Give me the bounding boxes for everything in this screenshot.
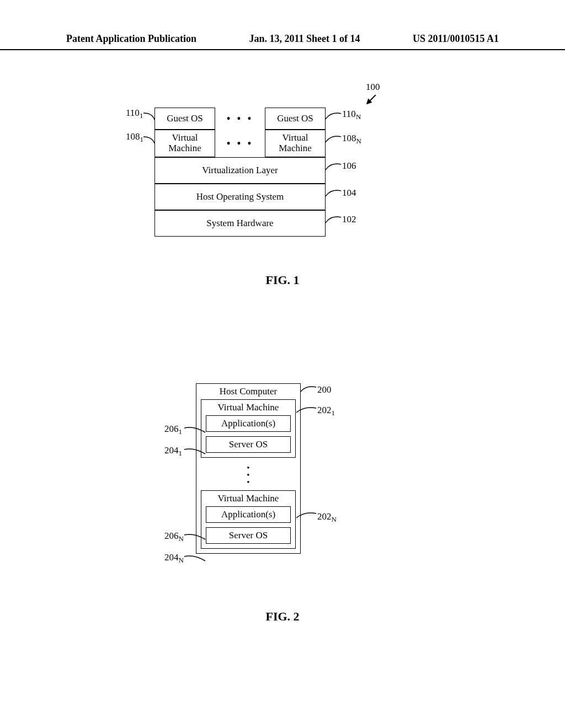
vm-outer-1: Virtual Machine Application(s) Server OS: [201, 399, 296, 458]
label-206-1: 2061: [164, 424, 182, 436]
header-left: Patent Application Publication: [66, 33, 196, 45]
leader-106-icon: [326, 160, 342, 171]
guest-os-n-box: Guest OS: [265, 108, 326, 130]
guest-os-1-box: Guest OS: [154, 108, 215, 130]
figure-1-diagram: Guest OS • • • Guest OS Virtual Machine …: [154, 108, 326, 237]
vm-n-box: Virtual Machine: [265, 130, 326, 157]
server-os-box-1: Server OS: [206, 436, 291, 453]
virtualization-layer-box: Virtualization Layer: [154, 157, 326, 184]
figure-1-caption: FIG. 1: [0, 273, 565, 287]
label-204-n: 204N: [164, 552, 184, 565]
vm-1-box: Virtual Machine: [154, 130, 215, 157]
host-computer-title: Host Computer: [196, 384, 300, 399]
leader-110-1-icon: [142, 112, 156, 122]
leader-108-1-icon: [142, 136, 156, 146]
label-108-n: 108N: [342, 133, 361, 146]
figure-2-diagram: Host Computer Virtual Machine Applicatio…: [196, 383, 301, 554]
leader-110-n-icon: [326, 109, 342, 120]
label-206-n: 206N: [164, 531, 184, 543]
leader-206-n-icon: [183, 532, 206, 542]
label-102: 102: [342, 214, 356, 225]
label-202-n: 202N: [317, 511, 337, 524]
vm-title-1: Virtual Machine: [201, 400, 295, 415]
vm-outer-n: Virtual Machine Application(s) Server OS: [201, 490, 296, 549]
ref-100-label: 100: [366, 82, 380, 93]
vm-n-line2: Machine: [279, 143, 311, 154]
vm-title-n: Virtual Machine: [201, 491, 295, 506]
dots-row-1: • • •: [215, 108, 265, 130]
header-right: US 2011/0010515 A1: [413, 33, 499, 45]
leader-206-1-icon: [183, 425, 206, 435]
label-110-1: 1101: [126, 108, 143, 120]
ref-100-arrow-icon: [364, 92, 379, 107]
label-110-n: 110N: [342, 109, 361, 121]
label-106: 106: [342, 160, 356, 172]
leader-200-icon: [301, 384, 317, 394]
leader-108-n-icon: [326, 132, 342, 143]
leader-104-icon: [326, 186, 342, 197]
page-header: Patent Application Publication Jan. 13, …: [0, 0, 565, 50]
vertical-dots: •••: [196, 462, 300, 490]
leader-204-1-icon: [183, 446, 206, 456]
leader-102-icon: [326, 213, 342, 224]
server-os-box-n: Server OS: [206, 527, 291, 544]
leader-202-1-icon: [296, 405, 317, 415]
label-202-1: 2021: [317, 405, 335, 417]
apps-box-n: Application(s): [206, 506, 291, 523]
vm-1-line2: Machine: [168, 143, 201, 154]
label-200: 200: [317, 384, 332, 395]
dots-row-2: • • •: [215, 130, 265, 157]
vm-n-line1: Virtual: [282, 133, 308, 143]
label-104: 104: [342, 188, 356, 199]
label-108-1: 1081: [126, 131, 143, 144]
apps-box-1: Application(s): [206, 415, 291, 432]
system-hardware-box: System Hardware: [154, 210, 326, 237]
host-os-box: Host Operating System: [154, 184, 326, 210]
leader-202-n-icon: [296, 510, 317, 520]
header-center: Jan. 13, 2011 Sheet 1 of 14: [249, 33, 360, 45]
figure-2-caption: FIG. 2: [0, 609, 565, 624]
vm-1-line1: Virtual: [172, 133, 198, 143]
leader-204-n-icon: [183, 553, 206, 563]
label-204-1: 2041: [164, 445, 182, 458]
